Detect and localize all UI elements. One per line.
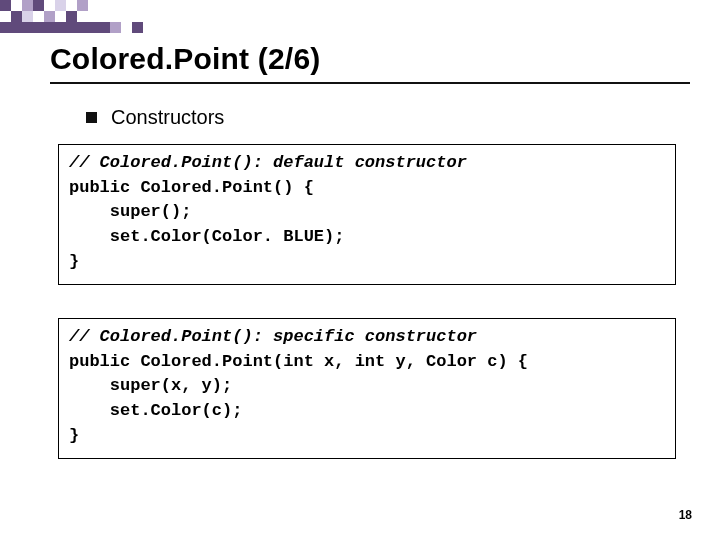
code-block-default-constructor: // Colored.Point(): default constructor … xyxy=(58,144,676,285)
page-number: 18 xyxy=(679,508,692,522)
square-bullet-icon xyxy=(86,112,97,123)
code-line: set.Color(Color. BLUE); xyxy=(69,227,344,246)
code-line: } xyxy=(69,426,79,445)
code-comment: // Colored.Point(): default constructor xyxy=(69,153,467,172)
code-line: } xyxy=(69,252,79,271)
code-line: super(x, y); xyxy=(69,376,232,395)
bullet-text: Constructors xyxy=(111,106,224,129)
code-line: public Colored.Point() { xyxy=(69,178,314,197)
code-comment: // Colored.Point(): specific constructor xyxy=(69,327,477,346)
bullet-item: Constructors xyxy=(86,106,224,129)
code-line: set.Color(c); xyxy=(69,401,242,420)
title-underline xyxy=(50,82,690,84)
code-line: public Colored.Point(int x, int y, Color… xyxy=(69,352,528,371)
corner-decoration xyxy=(0,0,170,34)
code-line: super(); xyxy=(69,202,191,221)
code-block-specific-constructor: // Colored.Point(): specific constructor… xyxy=(58,318,676,459)
slide-title: Colored.Point (2/6) xyxy=(50,42,320,76)
